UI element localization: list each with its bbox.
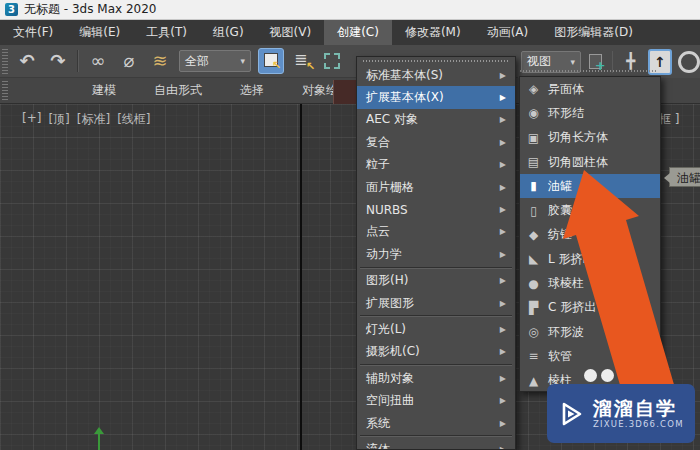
submenu-arrow-icon: ▶ (500, 374, 506, 383)
menu-tools[interactable]: 工具(T) (133, 20, 200, 45)
viewport-label: [+] [顶] [标准] [线框] (22, 111, 151, 128)
annotation-arrow (532, 150, 692, 412)
menu-views[interactable]: 视图(V) (257, 20, 325, 45)
menu-edit[interactable]: 编辑(E) (66, 20, 133, 45)
coordinate-value: 视图 (527, 53, 551, 70)
title-bar: 3 无标题 - 3ds Max 2020 (0, 0, 700, 20)
ribbon-grip[interactable] (2, 81, 8, 101)
redo-button[interactable]: ↷ (46, 48, 70, 74)
menu-item-shapes[interactable]: 图形(H) ▶ (357, 270, 515, 292)
menu-item-patch-grids[interactable]: 面片栅格 ▶ (357, 176, 515, 198)
toolbar-dock-dots (520, 70, 658, 72)
window-title: 无标题 - 3ds Max 2020 (24, 1, 156, 18)
rectangular-selection-region-icon[interactable] (324, 53, 340, 69)
submenu-item-chamfer-box[interactable]: ▣ 切角长方体 (520, 126, 660, 150)
menu-animation[interactable]: 动画(A) (474, 20, 542, 45)
create-menu-panel: 标准基本体(S) ▶ 扩展基本体(X) ▶ AEC 对象 ▶ 复合 ▶ 粒子 ▶… (356, 56, 516, 450)
submenu-arrow-icon: ▶ (500, 299, 506, 308)
menu-file[interactable]: 文件(F) (0, 20, 66, 45)
cursor-icon: ↖ (272, 59, 281, 72)
menu-separator (360, 267, 512, 269)
selection-filter-value: 全部 (185, 53, 209, 70)
ribbon-partial-element (333, 80, 357, 104)
submenu-arrow-icon: ▶ (500, 419, 506, 428)
watermark-url: ZIXUE.3D66.COM (593, 420, 684, 430)
menu-item-helpers[interactable]: 辅助对象 ▶ (357, 367, 515, 389)
menu-item-extended-primitives[interactable]: 扩展基本体(X) ▶ (357, 86, 515, 108)
chamfer-box-icon: ▣ (526, 131, 541, 145)
menu-item-nurbs[interactable]: NURBS ▶ (357, 198, 515, 220)
menu-item-particles[interactable]: 粒子 ▶ (357, 154, 515, 176)
submenu-arrow-icon: ▶ (500, 325, 506, 334)
viewport-right-partial-label: 框 ] (659, 111, 680, 128)
torus-knot-icon: ◉ (526, 106, 541, 120)
menu-item-standard-primitives[interactable]: 标准基本体(S) ▶ (357, 64, 515, 86)
select-object-button[interactable]: ↖ (258, 48, 284, 74)
menu-item-aec-objects[interactable]: AEC 对象 ▶ (357, 109, 515, 131)
watermark-badge: 溜溜自学 ZIXUE.3D66.COM (547, 384, 695, 443)
submenu-arrow-icon: ▶ (500, 396, 506, 405)
menu-item-fluids[interactable]: 流体 ▶ (357, 438, 515, 450)
toolbar-separator (77, 50, 79, 72)
tab-selection[interactable]: 选择 (240, 82, 264, 99)
submenu-arrow-icon: ▶ (500, 445, 506, 450)
menu-item-cameras[interactable]: 摄影机(C) ▶ (357, 341, 515, 363)
menu-bar: 文件(F) 编辑(E) 工具(T) 组(G) 视图(V) 创建(C) 修改器(M… (0, 20, 700, 45)
tab-freeform[interactable]: 自由形式 (154, 82, 202, 99)
submenu-arrow-icon: ▶ (500, 71, 506, 80)
y-axis-gizmo (94, 428, 104, 450)
viewport-menu-render-preset[interactable]: [标准] (77, 111, 110, 128)
menu-item-lights[interactable]: 灯光(L) ▶ (357, 318, 515, 340)
use-pivot-center-icon[interactable]: + (587, 52, 605, 72)
submenu-item-hedra[interactable]: ◈ 异面体 (520, 77, 660, 101)
bind-to-spacewarp-icon[interactable]: ≋ (148, 48, 172, 74)
chevron-down-icon: ▾ (240, 56, 245, 66)
oil-tank-tooltip: 油罐 (669, 167, 700, 187)
zixue-play-logo-icon (555, 398, 587, 430)
tab-modeling[interactable]: 建模 (92, 82, 116, 99)
submenu-arrow-icon: ▶ (500, 347, 506, 356)
toolbar-right-segment: 视图 ▾ + ╋ ↑ (518, 45, 700, 78)
menu-create[interactable]: 创建(C) (324, 20, 392, 45)
menu-graph-editors[interactable]: 图形编辑器(D) (541, 20, 646, 45)
menu-separator (360, 435, 512, 437)
undo-button[interactable]: ↶ (15, 48, 39, 74)
cursor-icon: ↖ (306, 60, 315, 73)
select-and-link-icon[interactable]: ∞ (86, 48, 110, 74)
watermark-title: 溜溜自学 (593, 398, 684, 420)
submenu-arrow-icon: ▶ (500, 250, 506, 259)
viewport-origin-axis (300, 104, 302, 450)
viewport-menu-pov[interactable]: [顶] (48, 111, 69, 128)
select-by-name-button[interactable]: ≣ ↖ (291, 48, 317, 74)
menu-group[interactable]: 组(G) (200, 20, 257, 45)
select-and-rotate-icon[interactable] (678, 51, 700, 73)
toolbar-grip[interactable] (2, 49, 8, 74)
menu-separator (360, 364, 512, 366)
viewport-menu-general[interactable]: [+] (22, 111, 41, 128)
submenu-item-torus-knot[interactable]: ◉ 环形结 (520, 101, 660, 125)
submenu-arrow-icon: ▶ (500, 138, 506, 147)
submenu-arrow-icon: ▶ (500, 205, 506, 214)
menu-tearoff-handle[interactable] (363, 60, 509, 62)
submenu-arrow-icon: ▶ (500, 160, 506, 169)
hedra-icon: ◈ (526, 82, 541, 96)
submenu-arrow-icon: ▶ (500, 227, 506, 236)
selection-filter-dropdown[interactable]: 全部 ▾ (179, 50, 251, 72)
menu-item-point-cloud[interactable]: 点云 ▶ (357, 221, 515, 243)
menu-item-extended-shapes[interactable]: 扩展图形 ▶ (357, 292, 515, 314)
menu-modifiers[interactable]: 修改器(M) (392, 20, 474, 45)
viewport-menu-shading[interactable]: [线框] (117, 111, 150, 128)
submenu-arrow-icon: ▶ (500, 276, 506, 285)
chevron-down-icon: ▾ (571, 57, 576, 67)
menu-item-space-warps[interactable]: 空间扭曲 ▶ (357, 389, 515, 411)
submenu-arrow-icon: ▶ (500, 183, 506, 192)
app-logo-icon: 3 (5, 3, 18, 16)
menu-separator (360, 315, 512, 317)
submenu-arrow-icon: ▶ (500, 115, 506, 124)
submenu-arrow-icon: ▶ (500, 93, 506, 102)
menu-item-compound[interactable]: 复合 ▶ (357, 131, 515, 153)
menu-item-systems[interactable]: 系统 ▶ (357, 412, 515, 434)
menu-item-dynamics[interactable]: 动力学 ▶ (357, 243, 515, 265)
unlink-selection-icon[interactable]: ⌀ (117, 48, 141, 74)
